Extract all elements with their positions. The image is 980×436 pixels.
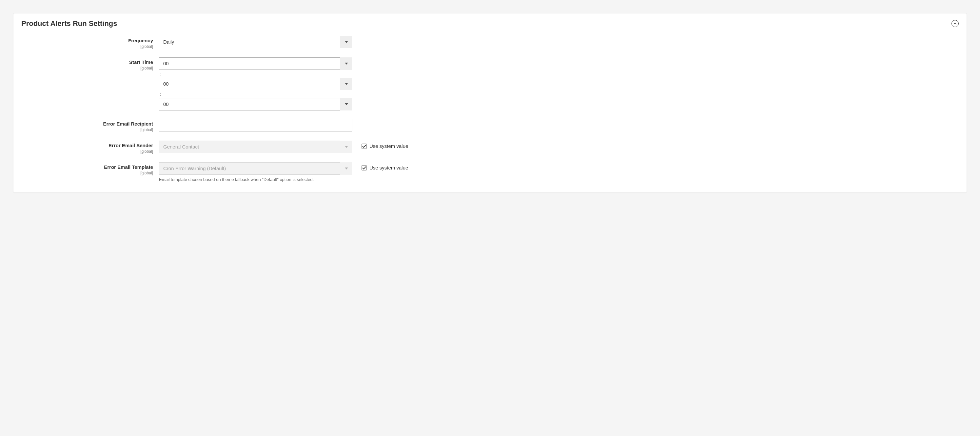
error-recipient-label: Error Email Recipient: [21, 121, 153, 127]
start-time-minute-value: 00: [159, 78, 352, 90]
form-body: Frequency [global] Daily Start Time [glo…: [13, 36, 967, 183]
row-error-recipient: Error Email Recipient [global]: [21, 119, 959, 132]
input-col: General Contact: [159, 141, 352, 153]
collapse-toggle[interactable]: [951, 20, 959, 27]
use-system-label[interactable]: Use system value: [369, 143, 408, 149]
check-icon: [362, 166, 366, 169]
use-system-col: Use system value: [352, 141, 408, 149]
start-time-minute-select[interactable]: 00: [159, 78, 352, 90]
scope-label: [global]: [21, 44, 153, 49]
frequency-select[interactable]: Daily: [159, 36, 352, 48]
input-col: Daily: [159, 36, 352, 48]
error-template-value: Cron Error Warning (Default): [159, 162, 352, 175]
label-col: Error Email Template [global]: [21, 162, 159, 175]
row-error-sender: Error Email Sender [global] General Cont…: [21, 141, 959, 154]
start-time-label: Start Time: [21, 59, 153, 65]
frequency-select-value: Daily: [159, 36, 352, 48]
row-frequency: Frequency [global] Daily: [21, 36, 959, 49]
use-system-checkbox-template[interactable]: [361, 165, 367, 170]
scope-label: [global]: [21, 149, 153, 154]
use-system-label[interactable]: Use system value: [369, 165, 408, 170]
panel-title: Product Alerts Run Settings: [21, 19, 117, 28]
error-sender-select: General Contact: [159, 141, 352, 153]
label-col: Error Email Recipient [global]: [21, 119, 159, 132]
label-col: Error Email Sender [global]: [21, 141, 159, 154]
start-time-hour-value: 00: [159, 57, 352, 70]
error-template-note: Email template chosen based on theme fal…: [159, 177, 352, 183]
error-sender-value: General Contact: [159, 141, 352, 153]
settings-panel: Product Alerts Run Settings Frequency [g…: [13, 13, 967, 193]
input-col: Cron Error Warning (Default) Email templ…: [159, 162, 352, 183]
label-col: Start Time [global]: [21, 57, 159, 70]
chevron-up-icon: [953, 22, 957, 25]
scope-label: [global]: [21, 66, 153, 70]
error-template-label: Error Email Template: [21, 164, 153, 170]
error-template-select: Cron Error Warning (Default): [159, 162, 352, 175]
label-col: Frequency [global]: [21, 36, 159, 49]
check-icon: [362, 145, 366, 148]
input-col: 00 : 00 : 00: [159, 57, 352, 110]
error-sender-label: Error Email Sender: [21, 143, 153, 148]
use-system-col: Use system value: [352, 162, 408, 170]
start-time-hour-select[interactable]: 00: [159, 57, 352, 70]
error-recipient-input[interactable]: [159, 119, 352, 132]
scope-label: [global]: [21, 171, 153, 175]
row-error-template: Error Email Template [global] Cron Error…: [21, 162, 959, 183]
panel-header: Product Alerts Run Settings: [13, 13, 967, 36]
time-separator: :: [159, 90, 352, 98]
row-start-time: Start Time [global] 00 : 00 : 00: [21, 57, 959, 110]
use-system-checkbox-sender[interactable]: [361, 143, 367, 149]
frequency-label: Frequency: [21, 38, 153, 44]
time-separator: :: [159, 70, 352, 78]
scope-label: [global]: [21, 127, 153, 132]
start-time-second-select[interactable]: 00: [159, 98, 352, 110]
start-time-second-value: 00: [159, 98, 352, 110]
input-col: [159, 119, 352, 132]
